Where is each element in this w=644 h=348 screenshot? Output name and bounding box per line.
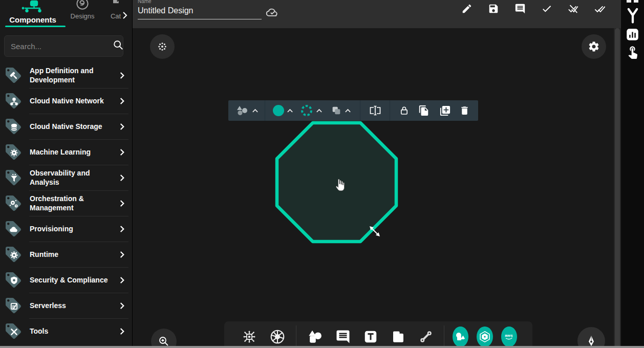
layers-icon: [331, 105, 342, 116]
edit-button[interactable]: [461, 3, 473, 14]
shapes-tool-button[interactable]: [307, 329, 323, 344]
chevron-up-icon: [252, 108, 259, 113]
save-button[interactable]: [488, 3, 499, 14]
copy-button[interactable]: [414, 105, 434, 116]
tab-components[interactable]: Components: [0, 15, 66, 24]
lock-button[interactable]: [394, 105, 414, 116]
fill-color-swatch: [273, 105, 284, 116]
tools-tag-icon: [4, 322, 23, 340]
horizontal-scrollbar[interactable]: [0, 346, 644, 348]
shapes-library-button[interactable]: [453, 327, 468, 347]
merge-y-icon[interactable]: [621, 7, 644, 25]
duplicate-button[interactable]: [434, 105, 456, 117]
fill-color-dropdown[interactable]: [269, 105, 296, 116]
toolbar-divider: [265, 100, 265, 121]
canvas-settings-button[interactable]: [582, 34, 606, 59]
tab-components-underline: [5, 26, 66, 27]
security-tag-icon: [4, 271, 23, 289]
sidebar-item-security[interactable]: Security & Compliance: [0, 267, 133, 293]
tab-designs[interactable]: Designs: [68, 12, 97, 20]
design-canvas[interactable]: aws: [133, 28, 614, 348]
catalog-icon: [111, 0, 121, 12]
sidebar-item-runtime[interactable]: Runtime: [0, 242, 133, 267]
text-tool-button[interactable]: [363, 329, 378, 344]
tabs-scroll-right-chevron-icon[interactable]: [121, 11, 128, 21]
network-tag-icon: [4, 92, 23, 110]
dashed-ring-icon: [300, 104, 313, 117]
snowflake-icon: [157, 41, 168, 52]
toolbar-divider: [296, 325, 296, 348]
sidebar-item-observability[interactable]: Observability and Analysis: [0, 165, 133, 190]
rename-button[interactable]: [364, 105, 386, 116]
orchestration-tag-icon: [4, 194, 23, 212]
comment-tool-button[interactable]: [335, 329, 351, 344]
chevron-right-icon: [119, 174, 125, 182]
runtime-tag-icon: [4, 245, 23, 264]
rename-icon: [369, 105, 382, 116]
undeploy-crossed-check-button[interactable]: [568, 3, 579, 14]
category-label: Provisioning: [30, 224, 116, 233]
duplicate-add-icon: [439, 105, 451, 117]
shape-picker-dropdown[interactable]: [232, 104, 261, 117]
designs-icon: [75, 0, 90, 13]
deploy-double-check-button[interactable]: [594, 3, 606, 14]
resize-handle-arrow-icon[interactable]: [367, 224, 382, 241]
search-input[interactable]: [11, 42, 113, 51]
components-icon: [20, 0, 47, 15]
edge-link-icon: [418, 329, 434, 344]
toolbar-divider: [390, 100, 390, 121]
search-icon[interactable]: [113, 39, 124, 53]
sidebar-item-machine-learning[interactable]: Machine Learning: [0, 139, 133, 165]
kubernetes-button[interactable]: [269, 329, 286, 345]
design-header: Name: [133, 0, 621, 28]
text-icon: [363, 329, 378, 344]
gcp-components-button[interactable]: [477, 327, 492, 347]
components-sidebar: Components Designs Cat App Defin: [0, 0, 133, 348]
vertical-scrollbar-thumb[interactable]: [615, 28, 620, 348]
category-label: Cloud Native Network: [30, 96, 116, 105]
component-chip-button[interactable]: [242, 329, 257, 344]
sidebar-tabs: Components Designs Cat: [0, 0, 132, 29]
sidebar-item-tools[interactable]: Tools: [0, 318, 133, 344]
toolbar-divider: [360, 100, 360, 121]
aws-components-button[interactable]: aws: [501, 327, 517, 347]
vertical-scrollbar[interactable]: [614, 28, 621, 348]
comment-button[interactable]: [514, 3, 526, 14]
sidebar-item-serverless[interactable]: Serverless: [0, 293, 133, 318]
sidebar-item-provisioning[interactable]: Provisioning: [0, 216, 133, 242]
stroke-style-dropdown[interactable]: [296, 104, 327, 117]
zoom-in-button[interactable]: [151, 329, 177, 348]
snowflake-button[interactable]: [150, 34, 175, 59]
dashboard-grid-icon[interactable]: [627, 0, 638, 3]
edge-link-tool-button[interactable]: [418, 329, 434, 344]
sidebar-item-cloud-native-network[interactable]: Cloud Native Network: [0, 88, 133, 114]
aws-icon: aws: [502, 330, 516, 343]
design-name-input[interactable]: [138, 5, 262, 19]
observability-tag-icon: [4, 168, 23, 187]
touch-pointer-icon[interactable]: [621, 44, 644, 59]
lock-icon: [399, 105, 410, 116]
chevron-right-icon: [119, 302, 125, 310]
name-field-label: Name: [138, 0, 152, 4]
app-definition-tag-icon: [4, 66, 23, 84]
provisioning-tag-icon: [4, 220, 23, 238]
delete-button[interactable]: [456, 105, 474, 116]
note-tool-button[interactable]: [391, 329, 406, 344]
trash-icon: [459, 105, 470, 116]
category-label: Machine Learning: [30, 147, 116, 157]
category-label: Runtime: [30, 250, 116, 259]
sidebar-item-orchestration[interactable]: Orchestration & Management: [0, 190, 133, 216]
bar-chart-icon[interactable]: [621, 28, 644, 41]
category-label: Observability and Analysis: [30, 168, 116, 187]
layers-dropdown[interactable]: [327, 105, 356, 116]
note-icon: [391, 329, 406, 344]
shapes-icon: [235, 104, 249, 117]
chevron-up-icon: [316, 108, 323, 113]
shape-context-toolbar: [228, 100, 478, 121]
sidebar-item-cloud-native-storage[interactable]: Cloud Native Storage: [0, 114, 133, 139]
sidebar-item-app-definition[interactable]: App Definition and Development: [0, 62, 133, 88]
pen-tool-button[interactable]: [577, 327, 605, 348]
category-label: Cloud Native Storage: [30, 122, 116, 131]
kubernetes-icon: [269, 329, 286, 345]
validate-check-button[interactable]: [541, 3, 552, 14]
